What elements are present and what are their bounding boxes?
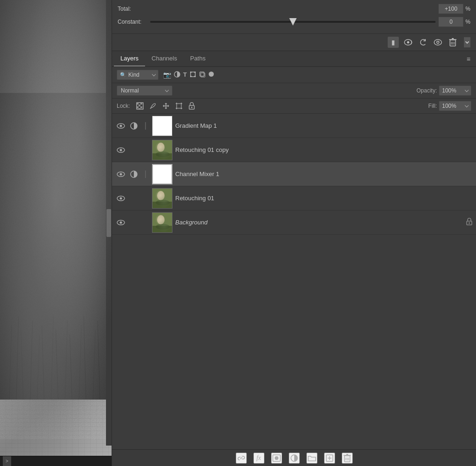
blend-row: Normal Opacity: 100%: [112, 83, 476, 98]
new-fill-adjustment-button[interactable]: [289, 453, 300, 464]
eye-cycle-icon[interactable]: [403, 37, 414, 48]
canvas-scroll-right-button[interactable]: >: [3, 456, 11, 466]
panel-scroll-button[interactable]: [464, 37, 470, 47]
filter-icons: 📷 T: [163, 71, 214, 79]
svg-rect-42: [137, 106, 139, 108]
opacity-value: 100%: [442, 87, 456, 94]
layer-row[interactable]: Background: [112, 210, 476, 235]
opacity-group: Opacity: 100%: [416, 85, 471, 96]
opacity-dropdown[interactable]: 100%: [439, 85, 471, 96]
lock-transparent-icon[interactable]: [135, 101, 145, 111]
layer-name: Retouching 01 copy: [175, 146, 472, 153]
scroll-thumb[interactable]: [106, 209, 111, 237]
shape-filter-icon[interactable]: [190, 71, 196, 79]
constant-slider[interactable]: [150, 17, 436, 26]
blend-mode-dropdown[interactable]: Normal: [117, 85, 172, 96]
svg-point-57: [191, 107, 192, 108]
svg-line-13: [79, 325, 81, 400]
tab-layers[interactable]: Layers: [114, 51, 145, 66]
kind-dropdown[interactable]: 🔍 Kind: [117, 70, 159, 80]
svg-line-15: [93, 330, 95, 400]
lock-all-icon[interactable]: [187, 101, 197, 111]
svg-rect-34: [194, 76, 196, 77]
total-value[interactable]: +100: [438, 4, 463, 14]
fill-group: Fill: 100%: [428, 101, 471, 111]
rotate-svg: [419, 39, 427, 46]
layer-row[interactable]: Channel Mixer 1: [112, 162, 476, 186]
svg-line-16: [98, 321, 100, 400]
adjustment-filter-icon[interactable]: [174, 71, 180, 79]
lock-image-icon[interactable]: [148, 101, 158, 111]
svg-rect-40: [140, 103, 142, 105]
smartobj-filter-icon[interactable]: [199, 71, 205, 79]
delete-svg: [449, 38, 456, 46]
delete-icon[interactable]: [447, 37, 458, 48]
layer-thumbnail: [152, 140, 172, 160]
svg-point-63: [120, 149, 122, 151]
svg-rect-43: [140, 106, 142, 108]
layers-list: Gradient Map 1: [112, 114, 476, 449]
constant-percent: %: [465, 19, 470, 25]
type-filter-icon[interactable]: T: [183, 71, 187, 79]
kind-label: Kind: [128, 72, 139, 78]
constant-value[interactable]: 0: [438, 17, 463, 27]
rotate-icon[interactable]: [417, 37, 429, 48]
link-layers-button[interactable]: [236, 453, 247, 464]
add-layer-style-button[interactable]: fx: [253, 453, 264, 464]
svg-line-8: [42, 325, 44, 400]
layer-thumbnail-selected: [152, 164, 172, 184]
layer-thumbnail: [152, 116, 172, 136]
layer-row[interactable]: Gradient Map 1: [112, 114, 476, 138]
fill-value: 100%: [442, 103, 456, 109]
fill-label: Fill:: [428, 103, 437, 109]
total-slider-container: [150, 4, 436, 13]
top-controls: Total: +100 % Constant: 0 %: [112, 0, 476, 34]
svg-rect-35: [200, 72, 204, 76]
visibility-icon[interactable]: [432, 37, 443, 48]
constant-row: Constant: 0 %: [118, 17, 470, 27]
layer-row[interactable]: Retouching 01: [112, 186, 476, 210]
image-filter-icon[interactable]: 📷: [163, 71, 171, 79]
chevron-down-icon: [465, 40, 469, 44]
new-group-button[interactable]: [306, 453, 317, 464]
svg-rect-47: [177, 104, 181, 108]
tab-paths[interactable]: Paths: [184, 51, 212, 66]
total-label: Total:: [118, 6, 150, 12]
canvas-scrollbar[interactable]: [106, 0, 112, 446]
svg-rect-66: [152, 153, 172, 160]
panel-menu-button[interactable]: ≡: [463, 53, 474, 65]
svg-point-87: [275, 456, 278, 460]
svg-point-59: [120, 125, 122, 127]
delete-layer-button[interactable]: [342, 453, 353, 464]
svg-point-37: [209, 72, 214, 77]
eye-visibility-icon[interactable]: [116, 217, 126, 228]
circle-filter-icon[interactable]: [208, 71, 214, 79]
layer-row[interactable]: Retouching 01 copy: [112, 138, 476, 162]
cycle-svg: [404, 39, 412, 46]
svg-rect-64: [152, 140, 172, 160]
filter-row: 🔍 Kind 📷 T: [112, 67, 476, 83]
svg-point-79: [120, 221, 122, 223]
tab-channels[interactable]: Channels: [145, 51, 184, 66]
eye-visibility-icon[interactable]: [116, 145, 126, 155]
lock-artboard-icon[interactable]: [174, 101, 184, 111]
svg-line-4: [16, 316, 19, 400]
chevron-right-icon: >: [6, 459, 8, 464]
fill-dropdown[interactable]: 100%: [439, 101, 471, 111]
svg-rect-0: [0, 0, 112, 400]
slider-thumb: [289, 18, 297, 26]
total-percent: %: [465, 6, 470, 12]
eye-visibility-icon[interactable]: [116, 121, 126, 131]
lock-position-icon[interactable]: [161, 101, 171, 111]
eye-visibility-icon[interactable]: [116, 193, 126, 203]
eye-visibility-icon[interactable]: [116, 169, 126, 179]
opacity-chevron-icon: [465, 88, 469, 92]
new-layer-button[interactable]: [324, 453, 335, 464]
layer-name: Retouching 01: [175, 195, 472, 202]
blend-mode-label: Normal: [121, 87, 139, 94]
layer-name-background: Background: [175, 219, 463, 226]
add-mask-button[interactable]: [271, 453, 282, 464]
new-layer-icon[interactable]: ▮: [388, 37, 399, 48]
svg-line-14: [84, 316, 86, 400]
svg-rect-17: [0, 0, 112, 400]
